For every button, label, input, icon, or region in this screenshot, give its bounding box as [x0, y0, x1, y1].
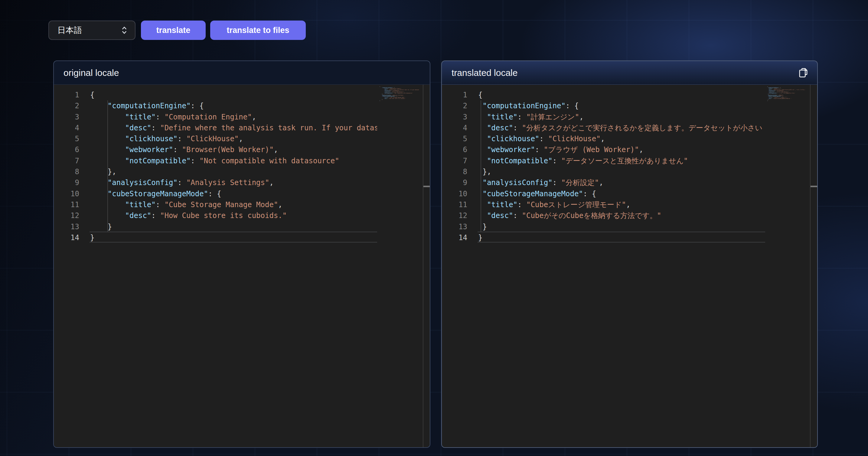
minimap-divider	[810, 85, 810, 447]
copy-button[interactable]	[797, 66, 810, 80]
minimap-divider	[423, 85, 424, 447]
translated-locale-panel: translated locale 1234567891011121314 { …	[441, 61, 818, 448]
minimap-content[interactable]: { "computationEngine": { "title": "Compu…	[377, 86, 423, 243]
original-locale-panel: original locale 1234567891011121314 { "c…	[53, 61, 430, 448]
language-select-value: 日本語	[58, 25, 82, 36]
code-lines: { "computationEngine": { "title": "計算エンジ…	[478, 90, 765, 247]
original-code-editor[interactable]: 1234567891011121314 { "computationEngine…	[54, 85, 430, 447]
code-lines: { "computationEngine": { "title": "Compu…	[90, 90, 377, 247]
line-numbers: 1234567891011121314	[442, 90, 467, 243]
copy-icon	[798, 67, 808, 78]
original-panel-title: original locale	[63, 68, 119, 78]
chevron-updown-icon	[120, 25, 128, 35]
language-select[interactable]: 日本語	[49, 21, 135, 40]
line-numbers: 1234567891011121314	[54, 90, 79, 243]
translate-button[interactable]: translate	[141, 21, 206, 40]
scrollbar-marker[interactable]	[810, 186, 818, 187]
minimap-content[interactable]: { "computationEngine": { "title": "計算エンジ…	[765, 86, 810, 243]
translate-to-files-button[interactable]: translate to files	[210, 21, 306, 40]
translated-panel-header: translated locale	[442, 61, 817, 85]
translated-panel-title: translated locale	[452, 68, 518, 78]
original-panel-header: original locale	[54, 61, 430, 85]
scrollbar-marker[interactable]	[424, 186, 430, 187]
translated-code-editor[interactable]: 1234567891011121314 { "computationEngine…	[442, 85, 817, 447]
